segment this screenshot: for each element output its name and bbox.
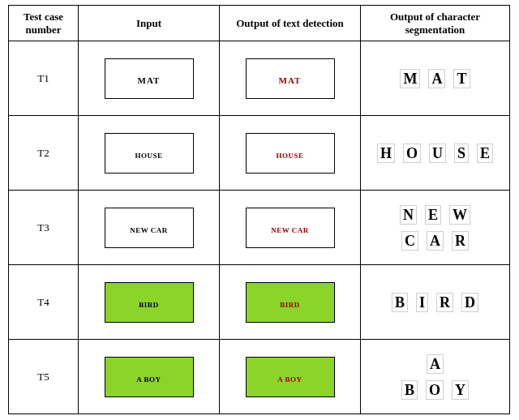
segmentation-line: BIRD	[392, 293, 478, 312]
segmented-char: D	[461, 293, 478, 312]
segmentation-output: BIRD	[392, 289, 478, 315]
detection-box: A BOY	[246, 357, 335, 397]
segmentation-line: BOY	[388, 380, 481, 400]
table-row: T2HOUSEHOUSEHOUSE	[9, 116, 510, 191]
segmentation-output: ABOY	[388, 351, 481, 403]
segmentation-line: CAR	[367, 231, 504, 251]
input-cell: BIRD	[79, 265, 220, 340]
input-label: MAT	[138, 75, 161, 85]
input-cell: HOUSE	[79, 116, 220, 191]
segmentation-output: MAT	[400, 66, 470, 92]
segmented-char: M	[400, 69, 420, 88]
test-case-number: T3	[9, 191, 79, 265]
detection-cell: BIRD	[220, 265, 361, 340]
test-case-number: T4	[9, 265, 79, 340]
segmentation-line: HOUSE	[377, 144, 493, 163]
segmented-char: O	[403, 144, 421, 163]
segmentation-output: NEWCAR	[367, 202, 504, 254]
input-label: HOUSE	[135, 152, 162, 160]
header-test-case-number: Test case number	[9, 6, 79, 41]
segmented-char: E	[477, 144, 493, 163]
segmented-char: U	[429, 144, 446, 163]
header-input: Input	[79, 6, 220, 41]
segmentation-line: A	[388, 354, 481, 374]
segmented-char: R	[452, 231, 469, 251]
segmentation-cell: BIRD	[361, 265, 510, 340]
input-box: NEW CAR	[105, 208, 194, 248]
segmented-char: N	[400, 205, 417, 225]
test-case-number: T1	[9, 41, 79, 116]
detection-cell: NEW CAR	[220, 191, 361, 265]
segmented-char: A	[428, 69, 445, 88]
detection-cell: HOUSE	[220, 116, 361, 191]
segmented-char: E	[425, 205, 441, 225]
detection-label: BIRD	[280, 301, 300, 309]
segmented-char: Y	[452, 380, 469, 400]
input-cell: MAT	[79, 41, 220, 116]
detection-box: BIRD	[246, 282, 335, 323]
segmented-char: R	[436, 293, 453, 312]
detection-cell: A BOY	[220, 340, 361, 414]
detection-label: A BOY	[277, 375, 302, 384]
detection-label: MAT	[279, 75, 302, 85]
segmented-char: A	[427, 354, 444, 374]
header-detection: Output of text detection	[220, 6, 361, 41]
segmentation-cell: NEWCAR	[361, 191, 510, 265]
segmented-char: S	[454, 144, 469, 163]
test-case-number: T5	[9, 340, 79, 414]
input-label: NEW CAR	[130, 226, 168, 234]
input-box: MAT	[105, 58, 194, 99]
segmented-char: B	[392, 293, 408, 312]
segmented-char: B	[401, 380, 418, 400]
detection-box: MAT	[246, 58, 335, 99]
input-label: A BOY	[136, 375, 161, 384]
table-row: T4BIRDBIRDBIRD	[9, 265, 510, 340]
segmentation-line: MAT	[400, 69, 470, 88]
detection-box: HOUSE	[246, 133, 335, 174]
segmentation-line: NEW	[367, 205, 504, 225]
input-cell: NEW CAR	[79, 191, 220, 265]
segmented-char: C	[401, 231, 418, 251]
detection-label: HOUSE	[276, 152, 303, 160]
detection-cell: MAT	[220, 41, 361, 116]
input-box: A BOY	[105, 357, 194, 397]
input-box: BIRD	[105, 282, 194, 323]
test-case-number: T2	[9, 116, 79, 191]
segmented-char: T	[453, 69, 470, 88]
table-row: T5A BOYA BOYABOY	[9, 340, 510, 414]
segmented-char: A	[427, 231, 444, 251]
segmentation-output: HOUSE	[377, 140, 493, 166]
detection-box: NEW CAR	[246, 208, 335, 248]
table-row: T1MATMATMAT	[9, 41, 510, 116]
segmented-char: I	[416, 293, 428, 312]
segmentation-cell: HOUSE	[361, 116, 510, 191]
input-cell: A BOY	[79, 340, 220, 414]
segmentation-cell: ABOY	[361, 340, 510, 414]
results-table: Test case number Input Output of text de…	[8, 5, 510, 414]
segmentation-cell: MAT	[361, 41, 510, 116]
segmented-char: O	[426, 380, 444, 400]
table-row: T3NEW CARNEW CARNEWCAR	[9, 191, 510, 265]
header-segmentation: Output of character segmentation	[361, 6, 510, 41]
detection-label: NEW CAR	[271, 226, 309, 234]
segmented-char: H	[377, 144, 395, 163]
segmented-char: W	[449, 205, 470, 225]
input-label: BIRD	[139, 301, 159, 309]
input-box: HOUSE	[105, 133, 194, 174]
